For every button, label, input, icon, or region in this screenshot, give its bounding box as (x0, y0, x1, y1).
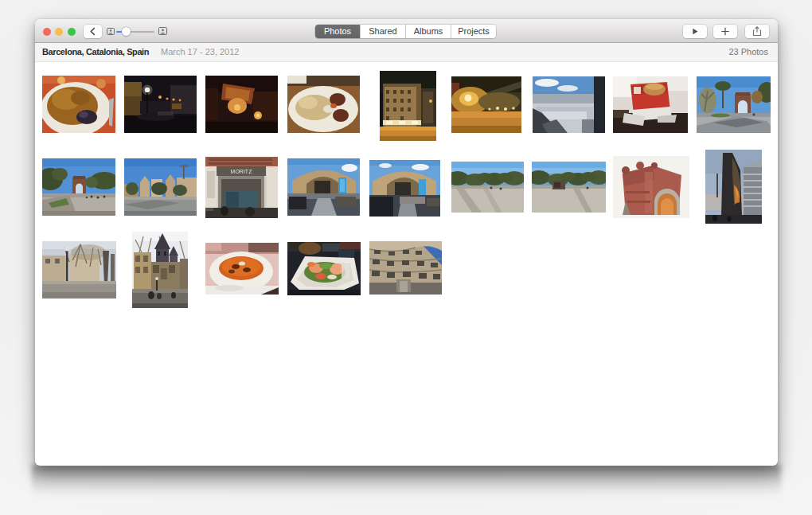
svg-text:MORITZ: MORITZ (231, 169, 253, 174)
